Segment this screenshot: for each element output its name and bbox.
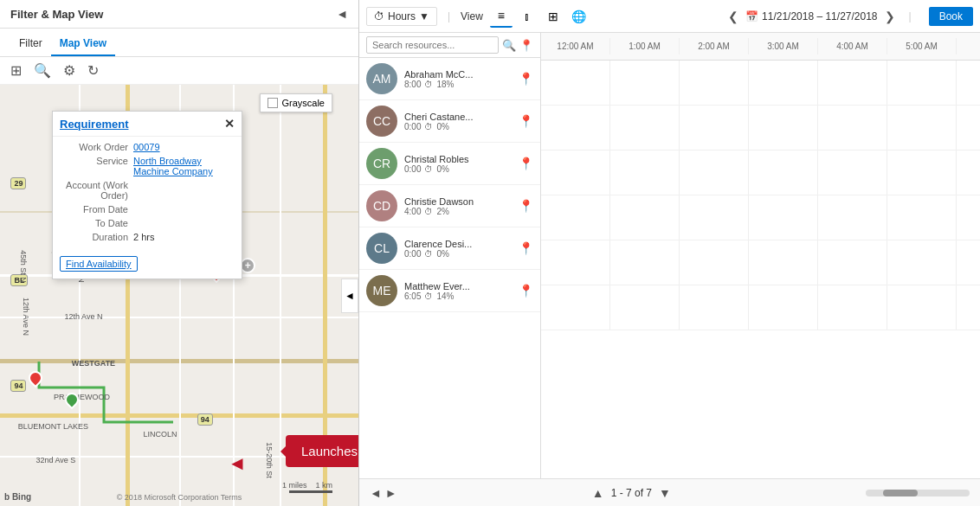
timeline-hour-1: 1:00 AM [610,38,680,54]
grayscale-toggle[interactable]: Grayscale [260,93,332,112]
resource-pin-icon[interactable]: 📍 [519,39,533,52]
timeline-rows [541,61,980,330]
popup-row-service: Service North BroadwayMachine Company [60,156,235,176]
resource-search-input[interactable] [366,36,499,54]
popup-title[interactable]: Requirement [60,118,128,131]
grid-view-icon[interactable]: ⊞ [542,5,564,28]
filter-tab[interactable]: Filter [10,32,51,56]
globe-view-icon[interactable]: 🌐 [568,5,590,28]
resource-pin-4: 📍 [519,199,533,213]
timeline-cell-1-0 [541,61,610,105]
map-pin-red-2[interactable] [29,371,42,385]
timeline-cell-3-2 [680,151,749,195]
resource-util-6: 14% [436,291,454,301]
timeline-cell-5-3 [749,240,818,285]
resource-info-1: Abraham McC... 8:00 ⏱ 18% [404,69,512,89]
resource-name-6: Matthew Ever... [404,281,512,291]
timeline-cell-3-5 [887,151,957,195]
clock-meta-6: ⏱ [424,291,433,301]
layers-icon[interactable]: ⊞ [10,62,22,79]
left-header-title: Filter & Map View ◄ [10,7,348,21]
timeline-cell-5-1 [610,240,680,285]
book-button[interactable]: Book [929,7,973,26]
timeline-cell-1-5 [887,61,957,105]
bar-view-icon[interactable]: ⫾ [516,5,538,28]
find-availability-link[interactable]: Find Availability [60,256,138,272]
popup-value-duration: 2 hrs [133,232,154,242]
collapse-arrow[interactable]: ◄ [336,7,348,21]
map-refresh-icon[interactable]: ↻ [87,62,99,79]
resource-pin-2: 📍 [519,114,533,128]
resource-item-4: CD Christie Dawson 4:00 ⏱ 2% 📍 [359,185,540,227]
timeline-cell-5-0 [541,240,610,285]
resource-name-1: Abraham McC... [404,69,512,80]
timeline-cell-1-6 [957,61,980,105]
timeline-cell-5-4 [818,240,887,285]
resource-search-icon[interactable]: 🔍 [502,39,516,52]
map-settings-icon[interactable]: ⚙ [63,62,75,79]
right-panel: ⏱ Hours ▼ | View ≡ ⫾ ⊞ 🌐 ❮ 📅 11/21/2018 … [359,0,980,506]
timeline-scroll-left[interactable]: ◄ [370,486,382,500]
map-toolbar: ⊞ 🔍 ⚙ ↻ [0,57,358,85]
road-number-bl: BL [10,274,28,286]
nav-prev-button[interactable]: ❮ [725,8,742,25]
popup-body: Work Order 00079 Service North BroadwayM… [53,137,242,251]
resource-meta-4: 4:00 ⏱ 2% [404,207,512,216]
resource-time-1: 8:00 [404,80,421,89]
timeline-cell-6-4 [818,285,887,330]
timeline-hour-4: 4:00 AM [818,38,887,54]
page-up-button[interactable]: ▲ [592,486,604,500]
popup-header: Requirement ✕ [53,112,242,137]
label-lincoln: LINCOLN [144,430,177,439]
timeline-row-6 [541,285,980,330]
map-view-tab[interactable]: Map View [51,32,115,56]
popup-row-todate: To Date [60,218,235,228]
popup-close-button[interactable]: ✕ [224,117,235,131]
map-expand-arrow[interactable]: ◄ [341,279,358,313]
resource-item-2: CC Cheri Castane... 0:00 ⏱ 0% 📍 [359,100,540,143]
view-icons-group: ≡ ⫾ ⊞ 🌐 [490,5,590,28]
map-pin-plus[interactable]: + [240,258,255,273]
timeline-hour-3: 3:00 AM [749,38,818,54]
popup-row-account: Account (WorkOrder) [60,180,235,201]
timeline-cell-3-1 [610,151,680,195]
map-search-icon[interactable]: 🔍 [34,62,51,79]
timeline-cell-6-2 [680,285,749,330]
hours-selector[interactable]: ⏱ Hours ▼ [366,7,437,26]
map-pin-green-2[interactable] [65,393,79,407]
pagination-nav: ▲ 1 - 7 of 7 ▼ [592,486,671,500]
clock-meta-5: ⏱ [424,249,433,259]
service-link[interactable]: North BroadwayMachine Company [133,156,213,176]
timeline-cell-3-0 [541,151,610,195]
timeline-cell-4-6 [957,195,980,240]
calendar-icon[interactable]: 📅 [745,10,758,22]
timeline-row-4 [541,195,980,240]
timeline-cell-5-2 [680,240,749,285]
label-st: 15-20th St [265,442,274,478]
scrollbar-track[interactable] [866,490,970,496]
timeline-scroll-right[interactable]: ► [385,486,397,500]
timeline-area: 12:00 AM 1:00 AM 2:00 AM 3:00 AM 4:00 AM… [541,33,980,478]
right-toolbar: ⏱ Hours ▼ | View ≡ ⫾ ⊞ 🌐 ❮ 📅 11/21/2018 … [359,0,980,33]
resource-info-5: Clarence Desi... 0:00 ⏱ 0% [404,239,512,259]
timeline-cell-1-2 [680,61,749,105]
toolbar-separator-2: | [909,10,912,22]
pagination-label: 1 - 7 of 7 [611,487,652,499]
popup-label-duration: Duration [60,232,133,242]
grayscale-checkbox[interactable] [268,98,278,108]
timeline-hour-6: 6:0 [957,38,980,54]
timeline-row-2 [541,106,980,151]
nav-next-button[interactable]: ❯ [881,8,899,25]
list-view-icon[interactable]: ≡ [490,5,513,28]
avatar-clarence: CL [366,233,397,264]
horizontal-scrollbar [866,490,970,496]
page-down-button[interactable]: ▼ [659,486,671,500]
map-background: ❓ ✓ + 29 94 BL [0,85,358,506]
resource-util-2: 0% [436,122,448,131]
resource-name-5: Clarence Desi... [404,239,512,249]
workorder-link[interactable]: 00079 [133,142,160,152]
scrollbar-thumb[interactable] [883,490,918,496]
popup-value-workorder: 00079 [133,142,160,152]
resource-meta-1: 8:00 ⏱ 18% [404,80,512,89]
timeline-cell-4-3 [749,195,818,240]
